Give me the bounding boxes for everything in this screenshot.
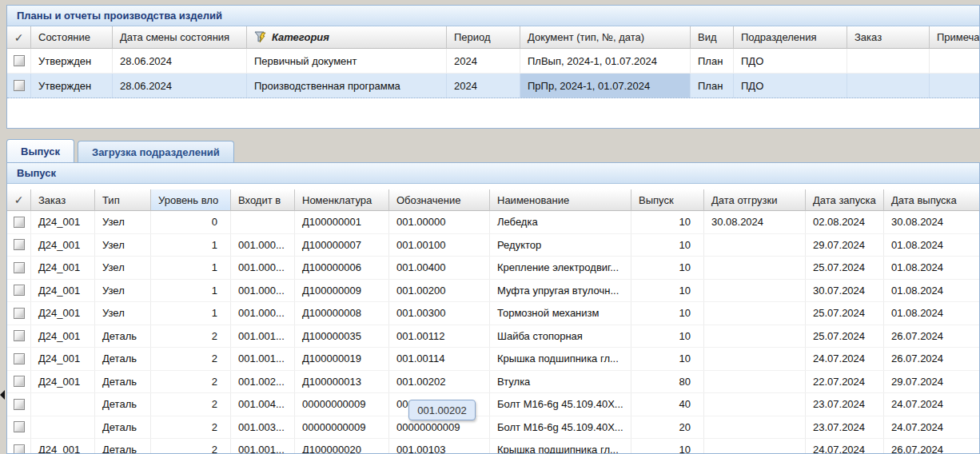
cell-nesting-level[interactable]: 2 xyxy=(151,325,231,348)
cell-item-name[interactable]: Болт М16-6g 45.109.40Х... xyxy=(490,393,631,416)
cell-parent[interactable]: 001.001... xyxy=(231,348,295,370)
cell-nomenclature[interactable]: Д100000007 xyxy=(295,234,389,257)
cell-start-date[interactable]: 23.07.2024 xyxy=(806,416,884,439)
row-checkbox[interactable] xyxy=(7,234,31,257)
cell-designation[interactable]: 001.00200 xyxy=(389,280,490,302)
cell-status[interactable]: Утвержден xyxy=(31,74,113,98)
checkbox-icon[interactable] xyxy=(14,444,25,454)
table-row[interactable]: Утвержден28.06.2024Производственная прог… xyxy=(7,74,979,98)
cell-nesting-level[interactable]: 1 xyxy=(151,280,231,302)
column-header-order[interactable]: Заказ xyxy=(847,26,930,49)
column-header-type[interactable]: Тип xyxy=(95,189,151,211)
cell-output-qty[interactable]: 10 xyxy=(631,234,704,257)
cell-nomenclature[interactable]: 00000000009 xyxy=(295,393,389,416)
cell-ship-date[interactable] xyxy=(704,325,806,348)
cell-release-date[interactable]: 01.08.2024 xyxy=(884,302,980,325)
row-checkbox[interactable] xyxy=(7,280,31,302)
tab-zagruzka-podrazdeleniy[interactable]: Загрузка подразделений xyxy=(78,141,234,162)
cell-parent[interactable] xyxy=(231,211,295,233)
cell-ship-date[interactable] xyxy=(704,439,806,454)
cell-period[interactable]: 2024 xyxy=(447,74,520,98)
cell-release-date[interactable]: 26.07.2024 xyxy=(884,439,980,454)
cell-type[interactable]: Деталь xyxy=(95,439,151,454)
cell-start-date[interactable]: 29.07.2024 xyxy=(806,234,884,257)
cell-designation[interactable]: 001.00300 xyxy=(389,302,490,325)
cell-release-date[interactable]: 24.07.2024 xyxy=(884,393,980,416)
cell-release-date[interactable]: 29.07.2024 xyxy=(884,371,980,393)
table-row[interactable]: Д24_001Деталь2001.001...Д100000019001.00… xyxy=(7,348,979,371)
column-header-ship-date[interactable]: Дата отгрузки xyxy=(704,189,806,211)
cell-start-date[interactable]: 24.07.2024 xyxy=(806,348,884,370)
cell-ship-date[interactable] xyxy=(704,348,806,370)
cell-parent[interactable]: 001.004... xyxy=(231,393,295,416)
cell-start-date[interactable]: 25.07.2024 xyxy=(806,302,884,325)
cell-release-date[interactable]: 01.08.2024 xyxy=(884,257,980,279)
filter-icon[interactable] xyxy=(254,31,267,43)
cell-item-name[interactable]: Крепление электродвиг... xyxy=(490,257,631,279)
cell-ship-date[interactable] xyxy=(704,280,806,302)
tab-vypusk[interactable]: Выпуск xyxy=(6,139,74,162)
checkbox-icon[interactable] xyxy=(14,262,25,273)
cell-ship-date[interactable] xyxy=(704,416,806,439)
cell-ship-date[interactable] xyxy=(704,393,806,416)
cell-note[interactable] xyxy=(930,74,980,98)
column-header-output-qty[interactable]: Выпуск xyxy=(631,189,704,211)
cell-output-qty[interactable]: 10 xyxy=(631,348,704,370)
cell-type[interactable]: Узел xyxy=(95,280,151,302)
cell-document[interactable]: ПлВып, 2024-1, 01.07.2024 xyxy=(520,49,691,73)
cell-output-qty[interactable]: 80 xyxy=(631,371,704,393)
cell-nomenclature[interactable]: Д100000013 xyxy=(295,371,389,393)
cell-type[interactable]: Деталь xyxy=(95,416,151,439)
table-row[interactable]: Д24_001Деталь2001.001...Д100000035001.00… xyxy=(7,325,979,348)
cell-designation[interactable]: 001.00000 xyxy=(389,211,490,233)
cell-release-date[interactable]: 30.08.2024 xyxy=(884,211,980,233)
table-row[interactable]: Д24_001Узел1001.000...Д100000007001.0010… xyxy=(7,234,979,257)
cell-type[interactable]: Деталь xyxy=(95,393,151,416)
cell-ship-date[interactable] xyxy=(704,302,806,325)
cell-order[interactable]: Д24_001 xyxy=(31,302,95,325)
cell-nesting-level[interactable]: 1 xyxy=(151,257,231,279)
cell-nomenclature[interactable]: Д100000020 xyxy=(295,439,389,454)
checkbox-icon[interactable] xyxy=(14,421,25,432)
column-header-designation[interactable]: Обозначение xyxy=(389,189,490,211)
row-checkbox[interactable] xyxy=(7,371,31,393)
cell-document[interactable]: ПрПр, 2024-1, 01.07.2024 xyxy=(520,74,691,98)
cell-parent[interactable]: 001.000... xyxy=(231,302,295,325)
cell-nesting-level[interactable]: 2 xyxy=(151,371,231,393)
cell-parent[interactable]: 001.000... xyxy=(231,280,295,302)
column-header-release-date[interactable]: Дата выпуска xyxy=(884,189,980,211)
cell-order[interactable] xyxy=(31,393,95,416)
cell-start-date[interactable]: 23.07.2024 xyxy=(806,393,884,416)
checkbox-icon[interactable] xyxy=(14,399,25,410)
column-header-order[interactable]: Заказ xyxy=(31,189,95,211)
cell-order[interactable]: Д24_001 xyxy=(31,257,95,279)
column-header-start-date[interactable]: Дата запуска xyxy=(806,189,884,211)
cell-type[interactable]: Деталь xyxy=(95,371,151,393)
cell-output-qty[interactable]: 10 xyxy=(631,257,704,279)
cell-order[interactable]: Д24_001 xyxy=(31,325,95,348)
table-row[interactable]: Деталь2001.004...0000000000900000000009Б… xyxy=(7,393,979,416)
checkbox-icon[interactable] xyxy=(14,353,25,364)
cell-nesting-level[interactable]: 2 xyxy=(151,348,231,370)
cell-parent[interactable]: 001.003... xyxy=(231,416,295,439)
cell-nomenclature[interactable]: Д100000009 xyxy=(295,280,389,302)
cell-order[interactable] xyxy=(847,74,930,98)
table-row[interactable]: Д24_001Узел0Д100000001001.00000Лебедка10… xyxy=(7,211,979,234)
cell-order[interactable]: Д24_001 xyxy=(31,280,95,302)
cell-designation[interactable]: 001.00100 xyxy=(389,234,490,257)
cell-release-date[interactable]: 26.07.2024 xyxy=(884,325,980,348)
column-header-note[interactable]: Примеча xyxy=(930,26,980,49)
cell-type[interactable]: Узел xyxy=(95,257,151,279)
cell-release-date[interactable]: 26.07.2024 xyxy=(884,348,980,370)
table-row[interactable]: Д24_001Узел1001.000...Д100000009001.0020… xyxy=(7,280,979,303)
cell-output-qty[interactable]: 20 xyxy=(631,416,704,439)
row-checkbox[interactable] xyxy=(7,74,31,98)
cell-nomenclature[interactable]: 00000000009 xyxy=(295,416,389,439)
cell-item-name[interactable]: Муфта упругая втулочн... xyxy=(490,280,631,302)
cell-nesting-level[interactable]: 1 xyxy=(151,302,231,325)
column-header-item-name[interactable]: Наименование xyxy=(490,189,631,211)
cell-nesting-level[interactable]: 2 xyxy=(151,439,231,454)
cell-item-name[interactable]: Крышка подшипника гл... xyxy=(490,348,631,370)
row-checkbox[interactable] xyxy=(7,302,31,325)
cell-type[interactable]: Узел xyxy=(95,234,151,257)
